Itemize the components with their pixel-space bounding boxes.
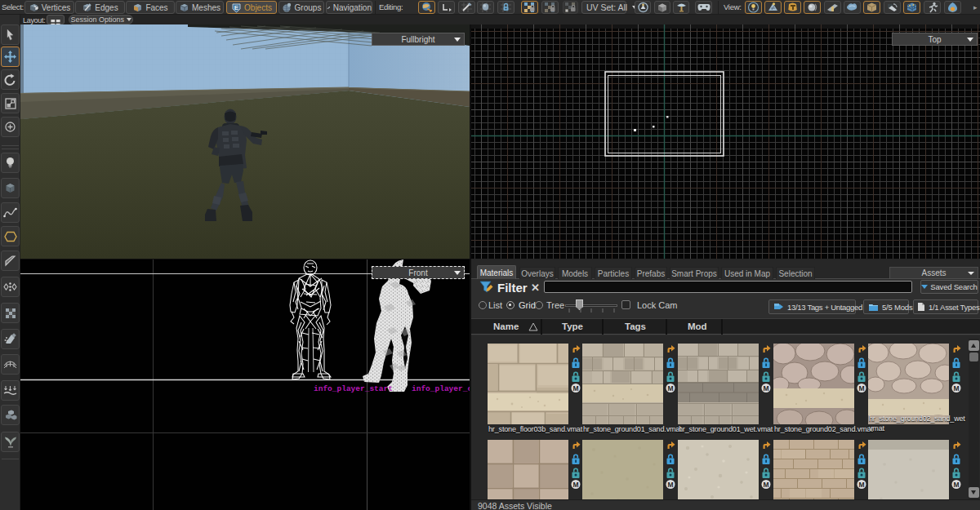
svg-text:info_player_c: info_player_c (412, 384, 470, 393)
svg-text:E: E (234, 4, 239, 11)
svg-text:info_player_start: info_player_start (314, 384, 393, 393)
